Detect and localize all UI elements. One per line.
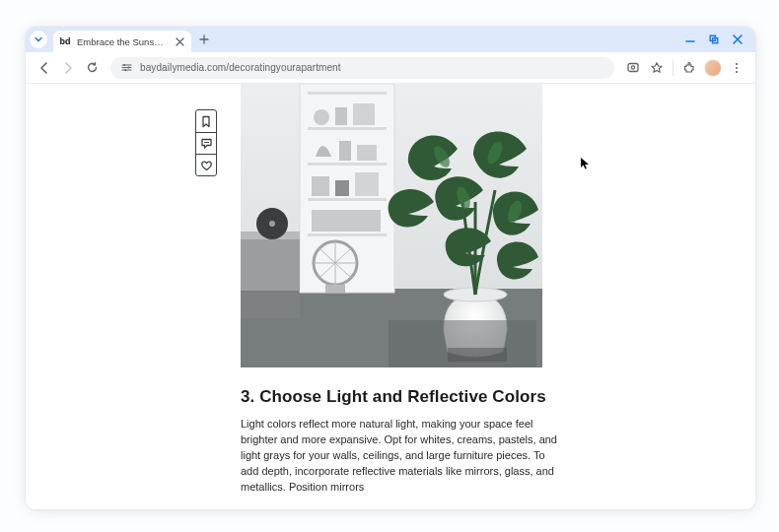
window-close-button[interactable]: [726, 31, 749, 48]
svg-rect-22: [339, 141, 351, 161]
svg-point-3: [127, 67, 129, 69]
svg-rect-26: [355, 172, 379, 196]
browser-window: bd Embrace the Sunshine: Dec…: [26, 27, 755, 509]
cursor-icon: [580, 157, 590, 170]
address-bar[interactable]: baydailymedia.com/decoratingyourapartmen…: [110, 57, 614, 79]
avatar: [704, 59, 722, 77]
titlebar: bd Embrace the Sunshine: Dec…: [26, 27, 755, 52]
svg-rect-16: [308, 163, 387, 166]
lens-button[interactable]: [622, 57, 644, 79]
toolbar: baydailymedia.com/decoratingyourapartmen…: [26, 52, 755, 84]
tab-title: Embrace the Sunshine: Dec…: [77, 36, 168, 47]
svg-rect-28: [241, 232, 300, 291]
comment-icon[interactable]: [196, 132, 216, 154]
section-heading: 3. Choose Light and Reflective Colors: [241, 387, 558, 407]
back-button[interactable]: [34, 57, 55, 79]
svg-rect-15: [308, 127, 387, 130]
svg-rect-38: [325, 285, 345, 293]
window-maximize-button[interactable]: [702, 31, 726, 48]
svg-rect-18: [308, 233, 387, 236]
article-action-rail: [195, 109, 217, 176]
bookmark-icon[interactable]: [196, 110, 216, 132]
bookmark-star-button[interactable]: [646, 57, 668, 79]
profile-chevron-button[interactable]: [30, 31, 47, 48]
svg-point-8: [736, 66, 738, 68]
heart-icon[interactable]: [196, 154, 216, 175]
svg-point-4: [124, 69, 126, 71]
profile-avatar[interactable]: [702, 57, 724, 79]
svg-rect-32: [241, 293, 300, 318]
svg-rect-45: [448, 348, 507, 362]
favicon: bd: [59, 35, 71, 47]
tab-active[interactable]: bd Embrace the Sunshine: Dec…: [53, 31, 191, 52]
svg-rect-21: [353, 103, 375, 125]
svg-rect-24: [312, 176, 329, 196]
svg-point-6: [631, 65, 634, 68]
svg-rect-23: [357, 145, 377, 161]
forward-button[interactable]: [57, 57, 79, 79]
url-text: baydailymedia.com/decoratingyourapartmen…: [140, 62, 341, 73]
reload-button[interactable]: [81, 57, 103, 79]
menu-button[interactable]: [726, 57, 747, 79]
svg-rect-17: [308, 198, 387, 201]
svg-rect-20: [335, 107, 347, 125]
tab-close-icon[interactable]: [174, 35, 185, 47]
svg-rect-27: [312, 210, 381, 232]
svg-point-2: [123, 64, 125, 66]
svg-point-19: [314, 109, 329, 125]
svg-point-9: [736, 70, 738, 72]
svg-rect-14: [308, 92, 387, 95]
article: 3. Choose Light and Reflective Colors Li…: [241, 84, 558, 496]
new-tab-button[interactable]: [195, 31, 213, 48]
extensions-button[interactable]: [678, 57, 700, 79]
section-body: Light colors reflect more natural light,…: [241, 417, 558, 496]
page-content: 3. Choose Light and Reflective Colors Li…: [26, 84, 755, 509]
svg-rect-25: [335, 180, 349, 196]
site-settings-icon[interactable]: [120, 62, 132, 74]
toolbar-divider: [673, 60, 673, 76]
svg-point-7: [736, 62, 738, 64]
svg-point-31: [269, 221, 275, 227]
hero-image: [241, 84, 542, 367]
svg-rect-5: [628, 63, 638, 71]
window-minimize-button[interactable]: [678, 31, 702, 48]
